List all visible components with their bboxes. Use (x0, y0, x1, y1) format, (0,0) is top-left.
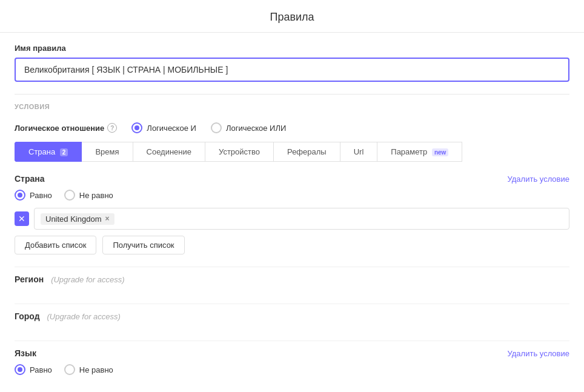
language-section-header: Язык Удалить условие (15, 348, 569, 358)
region-upgrade-badge: (Upgrade for access) (51, 275, 124, 284)
tab-time[interactable]: Время (81, 142, 133, 162)
region-section: Регион (Upgrade for access) (15, 274, 569, 294)
city-upgrade-badge: (Upgrade for access) (47, 312, 121, 321)
city-section: Город (Upgrade for access) (15, 311, 569, 331)
language-condition-title: Язык (15, 348, 36, 358)
page-title: Правила (0, 0, 584, 33)
content-area: Имя правила УСЛОВИЯ Логическое отношение… (0, 33, 584, 375)
language-condition-block: Язык Удалить условие Равно Не равно (15, 348, 569, 375)
tab-connection[interactable]: Соединение (133, 142, 206, 162)
tab-country-badge: 2 (60, 148, 68, 156)
country-not-equals-radio[interactable] (64, 190, 75, 201)
tab-referrals[interactable]: Рефералы (273, 142, 340, 162)
get-list-button[interactable]: Получить список (102, 236, 184, 254)
tab-parameter-new-badge: new (432, 148, 448, 156)
country-tag-uk-remove[interactable]: × (105, 214, 110, 223)
country-condition-block: Страна Удалить условие Равно Не равно ✕ … (15, 174, 569, 254)
language-delete-link[interactable]: Удалить условие (508, 349, 569, 358)
page-wrapper: Правила Имя правила УСЛОВИЯ Логическое о… (0, 0, 584, 392)
add-list-button[interactable]: Добавить список (15, 236, 96, 254)
language-equals-radio[interactable] (15, 364, 25, 375)
logic-and-radio[interactable] (131, 122, 142, 133)
help-icon[interactable]: ? (107, 123, 117, 133)
condition-tabs: Страна 2 Время Соединение Устройство Реф… (15, 142, 569, 162)
country-section-header: Страна Удалить условие (15, 174, 569, 184)
country-tag-uk: United Kingdom × (41, 213, 114, 225)
region-title: Регион (15, 274, 44, 284)
country-delete-link[interactable]: Удалить условие (508, 174, 569, 184)
logic-row: Логическое отношение ? Логическое И Логи… (15, 122, 569, 133)
language-not-equals-option[interactable]: Не равно (64, 364, 113, 375)
tab-url[interactable]: Url (340, 142, 378, 162)
country-tag-input-row: ✕ United Kingdom × (15, 208, 569, 230)
country-equals-option[interactable]: Равно (15, 190, 52, 201)
language-equals-option[interactable]: Равно (15, 364, 52, 375)
country-clear-button[interactable]: ✕ (15, 211, 29, 226)
tab-device[interactable]: Устройство (205, 142, 274, 162)
logic-and-option[interactable]: Логическое И (131, 122, 196, 133)
country-equals-radio[interactable] (15, 190, 25, 201)
city-title: Город (15, 311, 40, 321)
logic-or-radio[interactable] (211, 122, 222, 133)
logic-or-option[interactable]: Логическое ИЛИ (211, 122, 286, 133)
divider-1 (15, 267, 569, 267)
tab-country[interactable]: Страна 2 (15, 142, 82, 162)
divider-2 (15, 304, 569, 304)
rule-name-label: Имя правила (15, 44, 569, 53)
rule-name-input[interactable] (15, 58, 569, 82)
country-tag-field[interactable]: United Kingdom × (34, 208, 569, 230)
divider-3 (15, 341, 569, 341)
country-condition-title: Страна (15, 174, 45, 184)
country-radio-row: Равно Не равно (15, 190, 569, 201)
logic-label: Логическое отношение ? (15, 123, 117, 133)
country-action-buttons: Добавить список Получить список (15, 236, 569, 254)
language-radio-row: Равно Не равно (15, 364, 569, 375)
tab-parameter[interactable]: Параметр new (377, 142, 462, 162)
conditions-section-label: УСЛОВИЯ (15, 94, 569, 115)
country-not-equals-option[interactable]: Не равно (64, 190, 113, 201)
language-not-equals-radio[interactable] (64, 364, 75, 375)
